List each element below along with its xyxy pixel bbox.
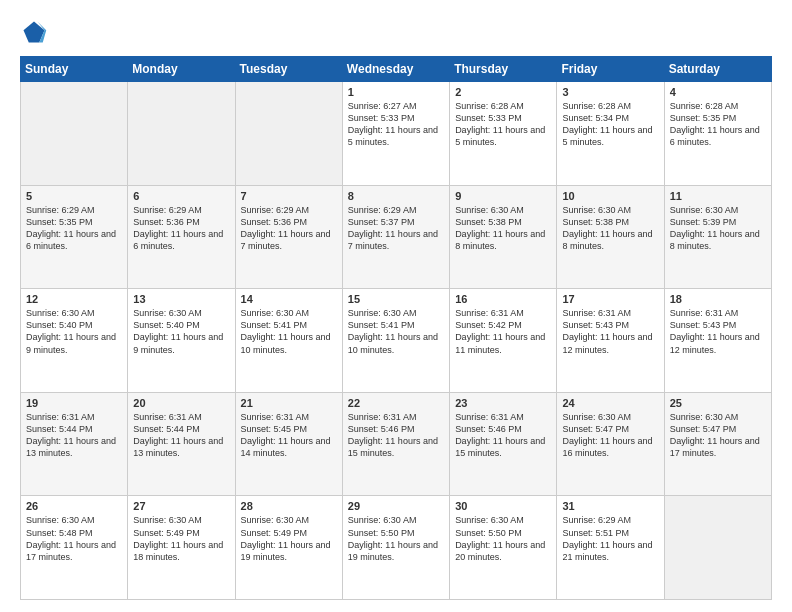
cell-content: Sunrise: 6:28 AMSunset: 5:34 PMDaylight:…: [562, 100, 658, 149]
daylight-text: Daylight: 11 hours and 6 minutes.: [670, 125, 760, 147]
sunset-text: Sunset: 5:38 PM: [562, 217, 629, 227]
calendar-cell: 16Sunrise: 6:31 AMSunset: 5:42 PMDayligh…: [450, 289, 557, 393]
daylight-text: Daylight: 11 hours and 12 minutes.: [562, 332, 652, 354]
cell-content: Sunrise: 6:31 AMSunset: 5:42 PMDaylight:…: [455, 307, 551, 356]
weekday-header-tuesday: Tuesday: [235, 57, 342, 82]
day-number: 9: [455, 190, 551, 202]
sunset-text: Sunset: 5:50 PM: [348, 528, 415, 538]
sunset-text: Sunset: 5:43 PM: [670, 320, 737, 330]
daylight-text: Daylight: 11 hours and 18 minutes.: [133, 540, 223, 562]
day-number: 5: [26, 190, 122, 202]
cell-content: Sunrise: 6:29 AMSunset: 5:36 PMDaylight:…: [133, 204, 229, 253]
sunrise-text: Sunrise: 6:29 AM: [348, 205, 417, 215]
day-number: 4: [670, 86, 766, 98]
cell-content: Sunrise: 6:30 AMSunset: 5:38 PMDaylight:…: [562, 204, 658, 253]
sunset-text: Sunset: 5:41 PM: [241, 320, 308, 330]
weekday-header-thursday: Thursday: [450, 57, 557, 82]
logo-icon: [20, 18, 48, 46]
calendar-cell: 4Sunrise: 6:28 AMSunset: 5:35 PMDaylight…: [664, 82, 771, 186]
sunrise-text: Sunrise: 6:31 AM: [133, 412, 202, 422]
sunset-text: Sunset: 5:42 PM: [455, 320, 522, 330]
daylight-text: Daylight: 11 hours and 10 minutes.: [348, 332, 438, 354]
sunrise-text: Sunrise: 6:27 AM: [348, 101, 417, 111]
logo: [20, 18, 52, 46]
calendar-cell: 1Sunrise: 6:27 AMSunset: 5:33 PMDaylight…: [342, 82, 449, 186]
cell-content: Sunrise: 6:30 AMSunset: 5:39 PMDaylight:…: [670, 204, 766, 253]
calendar-cell: 8Sunrise: 6:29 AMSunset: 5:37 PMDaylight…: [342, 185, 449, 289]
day-number: 24: [562, 397, 658, 409]
sunset-text: Sunset: 5:50 PM: [455, 528, 522, 538]
calendar-cell: [128, 82, 235, 186]
calendar-cell: 27Sunrise: 6:30 AMSunset: 5:49 PMDayligh…: [128, 496, 235, 600]
daylight-text: Daylight: 11 hours and 15 minutes.: [455, 436, 545, 458]
cell-content: Sunrise: 6:30 AMSunset: 5:41 PMDaylight:…: [348, 307, 444, 356]
cell-content: Sunrise: 6:30 AMSunset: 5:48 PMDaylight:…: [26, 514, 122, 563]
sunrise-text: Sunrise: 6:28 AM: [670, 101, 739, 111]
cell-content: Sunrise: 6:30 AMSunset: 5:49 PMDaylight:…: [133, 514, 229, 563]
daylight-text: Daylight: 11 hours and 19 minutes.: [241, 540, 331, 562]
calendar-cell: 5Sunrise: 6:29 AMSunset: 5:35 PMDaylight…: [21, 185, 128, 289]
sunrise-text: Sunrise: 6:28 AM: [455, 101, 524, 111]
calendar-cell: 28Sunrise: 6:30 AMSunset: 5:49 PMDayligh…: [235, 496, 342, 600]
sunset-text: Sunset: 5:36 PM: [241, 217, 308, 227]
sunset-text: Sunset: 5:47 PM: [670, 424, 737, 434]
calendar-table: SundayMondayTuesdayWednesdayThursdayFrid…: [20, 56, 772, 600]
cell-content: Sunrise: 6:30 AMSunset: 5:38 PMDaylight:…: [455, 204, 551, 253]
day-number: 27: [133, 500, 229, 512]
calendar-cell: 30Sunrise: 6:30 AMSunset: 5:50 PMDayligh…: [450, 496, 557, 600]
sunset-text: Sunset: 5:39 PM: [670, 217, 737, 227]
cell-content: Sunrise: 6:27 AMSunset: 5:33 PMDaylight:…: [348, 100, 444, 149]
calendar-cell: 19Sunrise: 6:31 AMSunset: 5:44 PMDayligh…: [21, 392, 128, 496]
daylight-text: Daylight: 11 hours and 8 minutes.: [455, 229, 545, 251]
daylight-text: Daylight: 11 hours and 6 minutes.: [26, 229, 116, 251]
sunrise-text: Sunrise: 6:31 AM: [26, 412, 95, 422]
sunrise-text: Sunrise: 6:29 AM: [562, 515, 631, 525]
sunset-text: Sunset: 5:38 PM: [455, 217, 522, 227]
calendar-cell: 21Sunrise: 6:31 AMSunset: 5:45 PMDayligh…: [235, 392, 342, 496]
cell-content: Sunrise: 6:30 AMSunset: 5:40 PMDaylight:…: [133, 307, 229, 356]
sunset-text: Sunset: 5:40 PM: [26, 320, 93, 330]
daylight-text: Daylight: 11 hours and 8 minutes.: [562, 229, 652, 251]
daylight-text: Daylight: 11 hours and 5 minutes.: [562, 125, 652, 147]
daylight-text: Daylight: 11 hours and 14 minutes.: [241, 436, 331, 458]
sunrise-text: Sunrise: 6:28 AM: [562, 101, 631, 111]
sunrise-text: Sunrise: 6:31 AM: [241, 412, 310, 422]
day-number: 16: [455, 293, 551, 305]
cell-content: Sunrise: 6:31 AMSunset: 5:45 PMDaylight:…: [241, 411, 337, 460]
day-number: 10: [562, 190, 658, 202]
sunset-text: Sunset: 5:34 PM: [562, 113, 629, 123]
cell-content: Sunrise: 6:30 AMSunset: 5:47 PMDaylight:…: [670, 411, 766, 460]
cell-content: Sunrise: 6:28 AMSunset: 5:33 PMDaylight:…: [455, 100, 551, 149]
daylight-text: Daylight: 11 hours and 13 minutes.: [133, 436, 223, 458]
calendar-cell: 14Sunrise: 6:30 AMSunset: 5:41 PMDayligh…: [235, 289, 342, 393]
weekday-header-wednesday: Wednesday: [342, 57, 449, 82]
daylight-text: Daylight: 11 hours and 10 minutes.: [241, 332, 331, 354]
daylight-text: Daylight: 11 hours and 9 minutes.: [26, 332, 116, 354]
cell-content: Sunrise: 6:28 AMSunset: 5:35 PMDaylight:…: [670, 100, 766, 149]
sunset-text: Sunset: 5:37 PM: [348, 217, 415, 227]
sunset-text: Sunset: 5:44 PM: [133, 424, 200, 434]
calendar-cell: 25Sunrise: 6:30 AMSunset: 5:47 PMDayligh…: [664, 392, 771, 496]
sunrise-text: Sunrise: 6:31 AM: [348, 412, 417, 422]
calendar-cell: 13Sunrise: 6:30 AMSunset: 5:40 PMDayligh…: [128, 289, 235, 393]
daylight-text: Daylight: 11 hours and 6 minutes.: [133, 229, 223, 251]
sunrise-text: Sunrise: 6:30 AM: [26, 515, 95, 525]
day-number: 13: [133, 293, 229, 305]
sunrise-text: Sunrise: 6:30 AM: [241, 308, 310, 318]
sunrise-text: Sunrise: 6:30 AM: [670, 205, 739, 215]
day-number: 3: [562, 86, 658, 98]
sunset-text: Sunset: 5:43 PM: [562, 320, 629, 330]
sunrise-text: Sunrise: 6:31 AM: [455, 308, 524, 318]
cell-content: Sunrise: 6:30 AMSunset: 5:49 PMDaylight:…: [241, 514, 337, 563]
calendar-week-row: 26Sunrise: 6:30 AMSunset: 5:48 PMDayligh…: [21, 496, 772, 600]
day-number: 19: [26, 397, 122, 409]
weekday-header-row: SundayMondayTuesdayWednesdayThursdayFrid…: [21, 57, 772, 82]
cell-content: Sunrise: 6:31 AMSunset: 5:43 PMDaylight:…: [562, 307, 658, 356]
calendar-cell: 31Sunrise: 6:29 AMSunset: 5:51 PMDayligh…: [557, 496, 664, 600]
day-number: 18: [670, 293, 766, 305]
sunset-text: Sunset: 5:36 PM: [133, 217, 200, 227]
calendar-week-row: 12Sunrise: 6:30 AMSunset: 5:40 PMDayligh…: [21, 289, 772, 393]
cell-content: Sunrise: 6:31 AMSunset: 5:44 PMDaylight:…: [133, 411, 229, 460]
calendar-cell: 20Sunrise: 6:31 AMSunset: 5:44 PMDayligh…: [128, 392, 235, 496]
day-number: 11: [670, 190, 766, 202]
